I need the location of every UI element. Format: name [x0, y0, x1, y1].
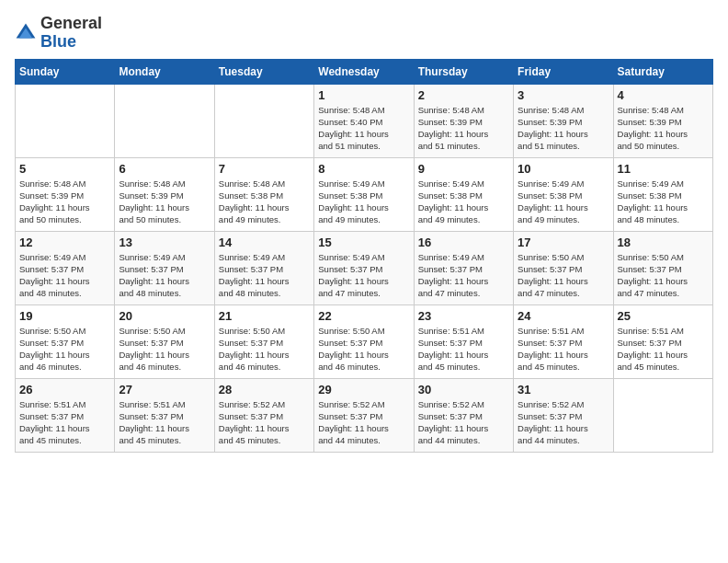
logo-general-text: General — [40, 14, 102, 32]
day-number: 12 — [19, 236, 110, 249]
calendar-table: SundayMondayTuesdayWednesdayThursdayFrid… — [15, 59, 713, 453]
header-thursday: Thursday — [414, 59, 513, 84]
day-info: Sunrise: 5:49 AM Sunset: 5:38 PM Dayligh… — [518, 178, 609, 226]
logo-icon — [15, 22, 37, 44]
day-number: 1 — [318, 88, 409, 102]
day-number: 7 — [219, 162, 310, 176]
day-info: Sunrise: 5:50 AM Sunset: 5:37 PM Dayligh… — [318, 325, 409, 373]
calendar-cell: 4Sunrise: 5:48 AM Sunset: 5:39 PM Daylig… — [613, 84, 712, 157]
day-number: 10 — [518, 162, 609, 176]
day-info: Sunrise: 5:49 AM Sunset: 5:38 PM Dayligh… — [618, 178, 709, 226]
day-info: Sunrise: 5:49 AM Sunset: 5:37 PM Dayligh… — [219, 251, 310, 300]
header-monday: Monday — [115, 59, 214, 84]
day-info: Sunrise: 5:48 AM Sunset: 5:39 PM Dayligh… — [19, 178, 110, 226]
calendar-cell: 19Sunrise: 5:50 AM Sunset: 5:37 PM Dayli… — [16, 304, 115, 378]
day-number: 29 — [318, 383, 409, 396]
calendar-cell: 16Sunrise: 5:49 AM Sunset: 5:37 PM Dayli… — [414, 231, 513, 304]
calendar-cell: 14Sunrise: 5:49 AM Sunset: 5:37 PM Dayli… — [214, 231, 313, 304]
calendar-cell — [613, 378, 712, 452]
day-number: 22 — [318, 309, 409, 323]
calendar-cell — [16, 84, 115, 157]
day-info: Sunrise: 5:50 AM Sunset: 5:37 PM Dayligh… — [219, 325, 310, 373]
calendar-week-row: 1Sunrise: 5:48 AM Sunset: 5:40 PM Daylig… — [16, 84, 713, 157]
day-number: 6 — [119, 162, 210, 176]
day-number: 25 — [618, 309, 709, 323]
calendar-cell: 28Sunrise: 5:52 AM Sunset: 5:37 PM Dayli… — [214, 378, 313, 452]
day-number: 15 — [318, 236, 409, 249]
day-info: Sunrise: 5:48 AM Sunset: 5:39 PM Dayligh… — [119, 178, 210, 226]
day-number: 30 — [418, 383, 509, 396]
logo-blue-text: Blue — [40, 32, 76, 51]
day-number: 31 — [518, 383, 609, 396]
calendar-cell — [115, 84, 214, 157]
day-info: Sunrise: 5:51 AM Sunset: 5:37 PM Dayligh… — [19, 398, 110, 447]
calendar-cell: 29Sunrise: 5:52 AM Sunset: 5:37 PM Dayli… — [314, 378, 414, 452]
calendar-cell: 12Sunrise: 5:49 AM Sunset: 5:37 PM Dayli… — [16, 231, 115, 304]
calendar-cell: 6Sunrise: 5:48 AM Sunset: 5:39 PM Daylig… — [115, 157, 214, 231]
day-info: Sunrise: 5:50 AM Sunset: 5:37 PM Dayligh… — [119, 325, 210, 373]
day-info: Sunrise: 5:48 AM Sunset: 5:39 PM Dayligh… — [518, 104, 609, 153]
day-number: 19 — [19, 309, 110, 323]
day-info: Sunrise: 5:52 AM Sunset: 5:37 PM Dayligh… — [518, 398, 609, 447]
day-number: 24 — [518, 309, 609, 323]
calendar-cell: 23Sunrise: 5:51 AM Sunset: 5:37 PM Dayli… — [414, 304, 513, 378]
day-info: Sunrise: 5:48 AM Sunset: 5:38 PM Dayligh… — [219, 178, 310, 226]
day-info: Sunrise: 5:50 AM Sunset: 5:37 PM Dayligh… — [618, 251, 709, 300]
calendar-cell — [214, 84, 313, 157]
day-info: Sunrise: 5:48 AM Sunset: 5:39 PM Dayligh… — [618, 104, 709, 153]
calendar-week-row: 12Sunrise: 5:49 AM Sunset: 5:37 PM Dayli… — [16, 231, 713, 304]
day-number: 23 — [418, 309, 509, 323]
calendar-cell: 13Sunrise: 5:49 AM Sunset: 5:37 PM Dayli… — [115, 231, 214, 304]
calendar-cell: 31Sunrise: 5:52 AM Sunset: 5:37 PM Dayli… — [514, 378, 613, 452]
day-info: Sunrise: 5:51 AM Sunset: 5:37 PM Dayligh… — [418, 325, 509, 373]
calendar-cell: 21Sunrise: 5:50 AM Sunset: 5:37 PM Dayli… — [214, 304, 313, 378]
day-info: Sunrise: 5:49 AM Sunset: 5:37 PM Dayligh… — [318, 251, 409, 300]
day-info: Sunrise: 5:51 AM Sunset: 5:37 PM Dayligh… — [618, 325, 709, 373]
page-header: General Blue — [15, 15, 713, 52]
day-number: 8 — [318, 162, 409, 176]
day-number: 9 — [418, 162, 509, 176]
day-number: 14 — [219, 236, 310, 249]
day-info: Sunrise: 5:52 AM Sunset: 5:37 PM Dayligh… — [418, 398, 509, 447]
header-tuesday: Tuesday — [214, 59, 313, 84]
header-sunday: Sunday — [16, 59, 115, 84]
day-info: Sunrise: 5:50 AM Sunset: 5:37 PM Dayligh… — [518, 251, 609, 300]
day-number: 5 — [19, 162, 110, 176]
header-saturday: Saturday — [613, 59, 712, 84]
calendar-week-row: 26Sunrise: 5:51 AM Sunset: 5:37 PM Dayli… — [16, 378, 713, 452]
day-number: 13 — [119, 236, 210, 249]
day-number: 2 — [418, 88, 509, 102]
day-info: Sunrise: 5:52 AM Sunset: 5:37 PM Dayligh… — [318, 398, 409, 447]
day-number: 4 — [618, 88, 709, 102]
calendar-cell: 8Sunrise: 5:49 AM Sunset: 5:38 PM Daylig… — [314, 157, 414, 231]
calendar-cell: 17Sunrise: 5:50 AM Sunset: 5:37 PM Dayli… — [514, 231, 613, 304]
calendar-week-row: 5Sunrise: 5:48 AM Sunset: 5:39 PM Daylig… — [16, 157, 713, 231]
day-number: 16 — [418, 236, 509, 249]
day-info: Sunrise: 5:49 AM Sunset: 5:38 PM Dayligh… — [418, 178, 509, 226]
calendar-cell: 10Sunrise: 5:49 AM Sunset: 5:38 PM Dayli… — [514, 157, 613, 231]
day-info: Sunrise: 5:52 AM Sunset: 5:37 PM Dayligh… — [219, 398, 310, 447]
calendar-header-row: SundayMondayTuesdayWednesdayThursdayFrid… — [16, 59, 713, 84]
day-info: Sunrise: 5:49 AM Sunset: 5:37 PM Dayligh… — [418, 251, 509, 300]
calendar-cell: 5Sunrise: 5:48 AM Sunset: 5:39 PM Daylig… — [16, 157, 115, 231]
day-number: 20 — [119, 309, 210, 323]
calendar-cell: 24Sunrise: 5:51 AM Sunset: 5:37 PM Dayli… — [514, 304, 613, 378]
day-info: Sunrise: 5:48 AM Sunset: 5:39 PM Dayligh… — [418, 104, 509, 153]
header-wednesday: Wednesday — [314, 59, 414, 84]
logo: General Blue — [15, 15, 102, 52]
calendar-cell: 20Sunrise: 5:50 AM Sunset: 5:37 PM Dayli… — [115, 304, 214, 378]
calendar-cell: 3Sunrise: 5:48 AM Sunset: 5:39 PM Daylig… — [514, 84, 613, 157]
calendar-cell: 25Sunrise: 5:51 AM Sunset: 5:37 PM Dayli… — [613, 304, 712, 378]
day-number: 27 — [119, 383, 210, 396]
calendar-cell: 18Sunrise: 5:50 AM Sunset: 5:37 PM Dayli… — [613, 231, 712, 304]
calendar-cell: 7Sunrise: 5:48 AM Sunset: 5:38 PM Daylig… — [214, 157, 313, 231]
day-info: Sunrise: 5:51 AM Sunset: 5:37 PM Dayligh… — [518, 325, 609, 373]
day-info: Sunrise: 5:50 AM Sunset: 5:37 PM Dayligh… — [19, 325, 110, 373]
calendar-cell: 1Sunrise: 5:48 AM Sunset: 5:40 PM Daylig… — [314, 84, 414, 157]
day-number: 21 — [219, 309, 310, 323]
calendar-cell: 11Sunrise: 5:49 AM Sunset: 5:38 PM Dayli… — [613, 157, 712, 231]
day-info: Sunrise: 5:49 AM Sunset: 5:37 PM Dayligh… — [19, 251, 110, 300]
day-number: 17 — [518, 236, 609, 249]
day-number: 18 — [618, 236, 709, 249]
calendar-cell: 22Sunrise: 5:50 AM Sunset: 5:37 PM Dayli… — [314, 304, 414, 378]
